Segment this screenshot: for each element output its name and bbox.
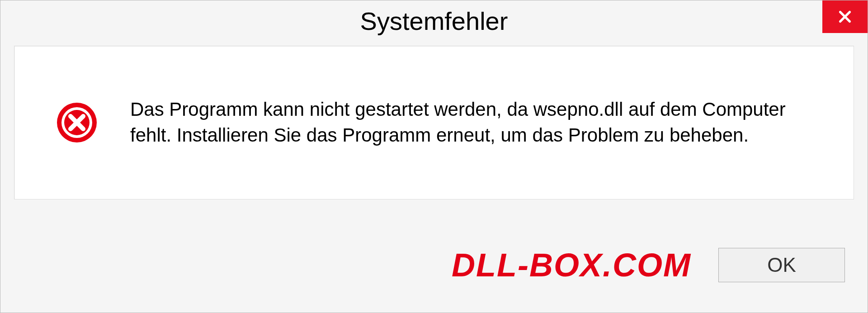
close-button[interactable]	[822, 0, 868, 33]
error-icon	[55, 101, 99, 144]
ok-button-label: OK	[767, 254, 796, 276]
close-icon	[837, 9, 853, 25]
message-panel: Das Programm kann nicht gestartet werden…	[14, 46, 854, 199]
title-bar: Systemfehler	[0, 0, 868, 41]
ok-button[interactable]: OK	[718, 248, 845, 282]
dialog-footer: DLL-BOX.COM OK	[0, 231, 868, 313]
error-message: Das Programm kann nicht gestartet werden…	[130, 97, 826, 148]
dialog-title: Systemfehler	[360, 6, 508, 36]
watermark-text: DLL-BOX.COM	[452, 247, 691, 284]
